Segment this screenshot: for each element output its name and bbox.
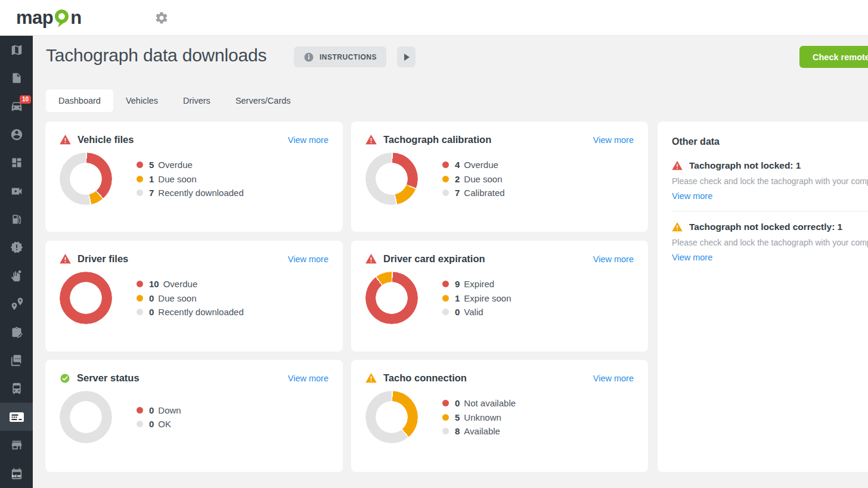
card-server-status: Server statusView more0Down0OK [45, 360, 343, 472]
view-more-link[interactable]: View more [672, 191, 712, 201]
tab-servers-cards[interactable]: Servers/Cards [223, 89, 303, 112]
legend-label: Available [464, 426, 500, 436]
sidebar-item-dashboard[interactable] [0, 149, 33, 177]
instructions-button[interactable]: INSTRUCTIONS [294, 46, 386, 67]
tab-drivers[interactable]: Drivers [170, 89, 223, 112]
legend-dot [442, 295, 449, 301]
fuel-pump-icon [11, 213, 23, 225]
chart-area: 5Overdue1Due soon7Recently downloaded [60, 153, 328, 205]
card-title: Tacho connection [383, 372, 467, 384]
notification-badge: 10 [20, 95, 31, 104]
legend-item: 1Expire soon [442, 291, 512, 305]
view-more-link[interactable]: View more [288, 254, 328, 264]
sidebar-item-transport[interactable] [0, 375, 33, 403]
legend-item: 5Overdue [137, 158, 244, 172]
legend-dot [442, 309, 449, 315]
legend-label: Expired [464, 279, 494, 289]
legend-dot [137, 176, 143, 182]
warning-triangle-icon [672, 222, 683, 232]
hand-coin-icon [10, 269, 23, 282]
legend-item: 0Down [137, 403, 181, 418]
donut-chart [365, 391, 418, 443]
sidebar-item-tachograph[interactable] [0, 403, 33, 431]
sidebar-item-fuel[interactable] [0, 205, 33, 233]
logo-text-after: n [70, 8, 81, 28]
mapon-logo[interactable]: map n [16, 8, 82, 28]
legend-dot [442, 400, 449, 406]
tab-vehicles[interactable]: Vehicles [113, 89, 170, 112]
sidebar-item-alerts[interactable] [0, 234, 33, 262]
tab-bar: Dashboard Vehicles Drivers Servers/Cards [46, 89, 303, 112]
chart-legend: 4Overdue2Due soon7Calibrated [442, 158, 505, 200]
legend-value: 0 [455, 307, 460, 317]
chart-area: 0Down0OK [60, 391, 328, 443]
legend-item: 0OK [137, 417, 181, 431]
view-more-link[interactable]: View more [288, 374, 328, 383]
route-pins-icon [10, 297, 24, 311]
sidebar-item-routes[interactable] [0, 290, 33, 318]
user-icon [10, 128, 23, 141]
other-item-title: Tachograph not locked correctly: 1 [689, 222, 842, 232]
sidebar-item-tasks[interactable] [0, 318, 33, 346]
view-more-link[interactable]: View more [593, 374, 634, 383]
sidebar-item-vehicles[interactable]: 10 [0, 92, 33, 120]
chat-bubbles-icon [10, 354, 23, 367]
other-item-description: Please check and lock the tachograph wit… [672, 176, 868, 186]
tab-dashboard[interactable]: Dashboard [46, 89, 113, 112]
sidebar-item-documents[interactable] [0, 64, 33, 92]
legend-value: 1 [455, 293, 460, 303]
other-data-panel: Other data Tachograph not locked: 1 Plea… [658, 122, 868, 472]
chart-legend: 10Overdue0Due soon0Recently downloaded [137, 277, 244, 319]
legend-value: 0 [149, 307, 154, 317]
card-driver-card-expiration: Driver card expirationView more9Expired1… [351, 241, 648, 352]
chart-area: 4Overdue2Due soon7Calibrated [365, 153, 634, 205]
view-more-link[interactable]: View more [593, 254, 634, 264]
legend-dot [442, 189, 449, 196]
card-tachograph-calibration: Tachograph calibrationView more4Overdue2… [351, 122, 648, 232]
play-video-button[interactable] [397, 46, 416, 67]
chart-area: 0Not available5Unknown8Available [365, 391, 634, 443]
view-more-link[interactable]: View more [593, 135, 634, 145]
card-header: Driver card expirationView more [365, 253, 634, 265]
legend-value: 0 [149, 419, 154, 429]
page-title: Tachograph data downloads [46, 45, 266, 66]
legend-dot [137, 295, 143, 301]
check-remote-downloads-button[interactable]: Check remote downloads [799, 46, 868, 68]
legend-label: Recently downloaded [158, 307, 243, 317]
sidebar-item-cameras[interactable] [0, 177, 33, 205]
garage-store-icon [10, 439, 23, 452]
sidebar: 10 NEW [0, 36, 33, 488]
card-header: Server statusView more [60, 372, 328, 384]
info-icon [303, 52, 314, 63]
legend-value: 0 [455, 398, 460, 408]
settings-gear-icon[interactable] [154, 11, 169, 25]
chart-legend: 0Down0OK [137, 403, 181, 431]
legend-label: Due soon [158, 293, 196, 303]
legend-label: Valid [464, 307, 483, 317]
legend-dot [442, 281, 449, 287]
dashboard-grid-icon [11, 157, 23, 169]
chart-legend: 5Overdue1Due soon7Recently downloaded [137, 158, 244, 200]
sidebar-item-garage[interactable] [0, 431, 33, 459]
sidebar-item-users[interactable] [0, 120, 33, 148]
sidebar-item-calendar[interactable]: NEW [0, 459, 33, 487]
legend-item: 0Not available [442, 396, 516, 411]
legend-label: Due soon [464, 174, 502, 184]
card-title: Driver card expiration [383, 253, 485, 265]
view-more-link[interactable]: View more [288, 135, 328, 145]
legend-item: 0Valid [442, 305, 512, 319]
top-bar: map n [0, 0, 868, 36]
view-more-link[interactable]: View more [672, 253, 712, 262]
legend-value: 7 [149, 188, 154, 198]
logo-text-before: map [16, 8, 53, 28]
warning-triangle-icon [672, 161, 683, 170]
legend-label: Overdue [158, 160, 193, 170]
donut-chart [365, 153, 418, 205]
sidebar-item-services[interactable] [0, 262, 33, 290]
check-circle-icon [60, 373, 70, 384]
legend-value: 1 [149, 174, 154, 184]
legend-item: 7Recently downloaded [137, 186, 244, 200]
sidebar-item-map[interactable] [0, 36, 33, 64]
sidebar-item-chat[interactable] [0, 346, 33, 374]
card-vehicle-files: Vehicle filesView more5Overdue1Due soon7… [45, 122, 343, 232]
